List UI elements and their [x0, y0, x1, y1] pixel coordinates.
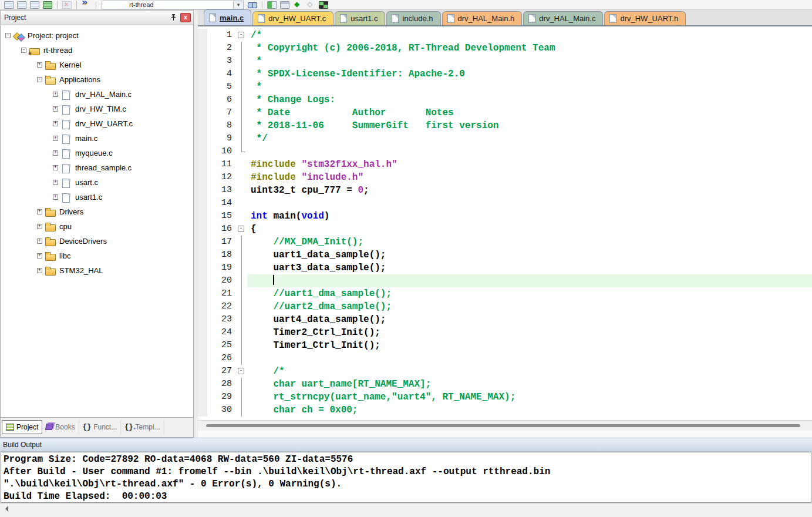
start-debug-session-icon[interactable]	[293, 1, 302, 9]
code-line-9[interactable]: 9 */	[198, 132, 812, 145]
tree-item-libc[interactable]: +libc	[1, 249, 193, 263]
tree-item-rt-thread[interactable]: -rt-thread	[1, 43, 193, 58]
expand-toggle[interactable]: +	[53, 165, 58, 170]
code-line-1[interactable]: 1-/*	[198, 29, 812, 42]
tree-item-main-c[interactable]: +main.c	[1, 131, 193, 146]
expand-toggle[interactable]: +	[53, 180, 58, 185]
tree-item-myqueue-c[interactable]: +myqueue.c	[1, 146, 193, 160]
tree-item-usart-c[interactable]: +usart.c	[1, 175, 193, 190]
expand-toggle[interactable]: +	[37, 253, 42, 258]
build-output-scrollbar[interactable]	[0, 503, 812, 513]
panel-tab-funct[interactable]: {}Funct...	[79, 420, 121, 434]
editor-tab-main-c[interactable]: main.c	[204, 9, 251, 25]
code-line-15[interactable]: 15int main(void)	[198, 210, 812, 223]
tree-item-thread-sample-c[interactable]: +thread_sample.c	[1, 160, 193, 175]
expand-toggle[interactable]: +	[37, 224, 42, 229]
code-line-23[interactable]: 23 uart4_data_sample();	[198, 313, 812, 326]
panel-tab-templ[interactable]: {}Templ...	[121, 420, 164, 434]
tree-item-stm32-hal[interactable]: +STM32_HAL	[1, 263, 193, 278]
code-line-21[interactable]: 21 //uart1_dma_sample();	[198, 287, 812, 300]
editor-tab-include-h[interactable]: include.h	[386, 11, 440, 25]
code-line-26[interactable]: 26	[198, 352, 812, 365]
tree-item-devicedrivers[interactable]: +DeviceDrivers	[1, 234, 193, 249]
scroll-left-icon[interactable]	[2, 506, 8, 512]
expand-toggle[interactable]: +	[37, 209, 42, 214]
tree-item-usart1-c[interactable]: +usart1.c	[1, 190, 193, 204]
code-line-12[interactable]: 12#include "include.h"	[198, 171, 812, 184]
expand-toggle[interactable]: +	[53, 106, 58, 112]
rebuild-icon[interactable]	[30, 1, 39, 9]
close-icon[interactable]: x	[180, 13, 191, 22]
editor-tab-usart1-c[interactable]: usart1.c	[335, 11, 385, 25]
code-line-14[interactable]: 14	[198, 197, 812, 210]
tree-item-drv-hw-tim-c[interactable]: +drv_HW_TIM.c	[1, 102, 193, 116]
target-options-icon[interactable]	[319, 1, 328, 9]
flash-download-icon[interactable]	[82, 1, 91, 9]
tree-item-drv-hal-main-c[interactable]: +drv_HAL_Main.c	[1, 87, 193, 102]
code-line-25[interactable]: 25 Timer1_Ctrl_Init();	[198, 339, 812, 352]
editor-horizontal-scrollbar[interactable]	[198, 420, 812, 431]
code-line-8[interactable]: 8 * 2018-11-06 SummerGift first version	[198, 119, 812, 132]
target-select[interactable]: rt-thread ▾	[102, 1, 244, 9]
manage-rte-icon[interactable]	[267, 1, 277, 9]
code-line-22[interactable]: 22 //uart2_dma_sample();	[198, 300, 812, 313]
collapse-toggle[interactable]: -	[21, 48, 26, 53]
system-analyzer-icon[interactable]	[306, 1, 315, 9]
code-line-20[interactable]: 20	[198, 274, 812, 287]
tree-item-applications[interactable]: -Applications	[1, 72, 193, 87]
code-line-2[interactable]: 2 * Copyright (c) 2006-2018, RT-Thread D…	[198, 42, 812, 55]
code-line-16[interactable]: 16-{	[198, 223, 812, 236]
tree-item-drivers[interactable]: +Drivers	[1, 204, 193, 219]
panel-tab-books[interactable]: Books	[42, 420, 79, 434]
translate-icon[interactable]	[4, 1, 14, 9]
expand-toggle[interactable]: +	[37, 268, 42, 273]
code-line-11[interactable]: 11#include "stm32f1xx_hal.h"	[198, 158, 812, 171]
code-line-5[interactable]: 5 *	[198, 80, 812, 93]
fold-toggle-icon[interactable]: -	[238, 32, 244, 38]
expand-toggle[interactable]: +	[53, 150, 58, 156]
code-line-19[interactable]: 19 uart3_data_sample();	[198, 261, 812, 274]
code-line-28[interactable]: 28 char uart_name[RT_NAME_MAX];	[198, 378, 812, 391]
code-line-17[interactable]: 17 //MX_DMA_Init();	[198, 236, 812, 249]
find-in-files-icon[interactable]	[248, 1, 257, 9]
code-line-30[interactable]: 30 char ch = 0x00;	[198, 404, 812, 417]
panel-tab-project[interactable]: Project	[2, 420, 42, 434]
editor-tab-drv-hal-main-c[interactable]: drv_HAL_Main.c	[523, 11, 603, 25]
expand-toggle[interactable]: +	[37, 239, 42, 244]
expand-toggle[interactable]: +	[53, 136, 58, 141]
code-line-27[interactable]: 27- /*	[198, 365, 812, 378]
code-line-6[interactable]: 6 * Change Logs:	[198, 93, 812, 106]
expand-toggle[interactable]: +	[53, 121, 58, 126]
tree-item-cpu[interactable]: +cpu	[1, 219, 193, 234]
tree-item-project-project[interactable]: -Project: project	[1, 28, 193, 43]
editor-tab-drv-hw-uart-c[interactable]: drv_HW_UART.c	[252, 11, 333, 25]
scrollbar-thumb[interactable]	[206, 424, 800, 427]
code-line-4[interactable]: 4 * SPDX-License-Identifier: Apache-2.0	[198, 68, 812, 80]
code-line-24[interactable]: 24 Timer2_Ctrl_Init();	[198, 326, 812, 339]
batch-build-icon[interactable]	[43, 1, 52, 9]
build-output-log[interactable]: Program Size: Code=27892 RO-data=4068 RW…	[1, 452, 811, 503]
fold-toggle-icon[interactable]: -	[238, 226, 244, 232]
collapse-toggle[interactable]: -	[5, 33, 11, 38]
stop-build-icon[interactable]	[62, 1, 72, 9]
expand-toggle[interactable]: +	[37, 62, 42, 68]
code-editor[interactable]: 1-/*2 * Copyright (c) 2006-2018, RT-Thre…	[198, 26, 812, 420]
expand-toggle[interactable]: +	[53, 194, 58, 200]
code-line-3[interactable]: 3 *	[198, 55, 812, 68]
tree-item-kernel[interactable]: +Kernel	[1, 58, 193, 72]
books-window-icon[interactable]	[280, 1, 289, 9]
combo-dropdown-icon[interactable]: ▾	[233, 1, 243, 9]
code-line-18[interactable]: 18 uart1_data_sample();	[198, 249, 812, 261]
code-line-10[interactable]: 10	[198, 145, 812, 158]
collapse-toggle[interactable]: -	[37, 77, 42, 82]
code-line-29[interactable]: 29 rt_strncpy(uart_name,"uart4", RT_NAME…	[198, 391, 812, 404]
pin-icon[interactable]	[168, 13, 178, 22]
fold-toggle-icon[interactable]: -	[238, 368, 244, 374]
expand-toggle[interactable]: +	[53, 92, 58, 97]
build-icon[interactable]	[17, 1, 26, 9]
panel-splitter[interactable]	[194, 10, 198, 438]
editor-tab-drv-hw-uart-h[interactable]: drv_HW_UART.h	[604, 11, 686, 25]
code-line-13[interactable]: 13uint32_t cpu_777 = 0;	[198, 184, 812, 197]
code-line-7[interactable]: 7 * Date Author Notes	[198, 106, 812, 119]
tree-item-drv-hw-uart-c[interactable]: +drv_HW_UART.c	[1, 116, 193, 131]
